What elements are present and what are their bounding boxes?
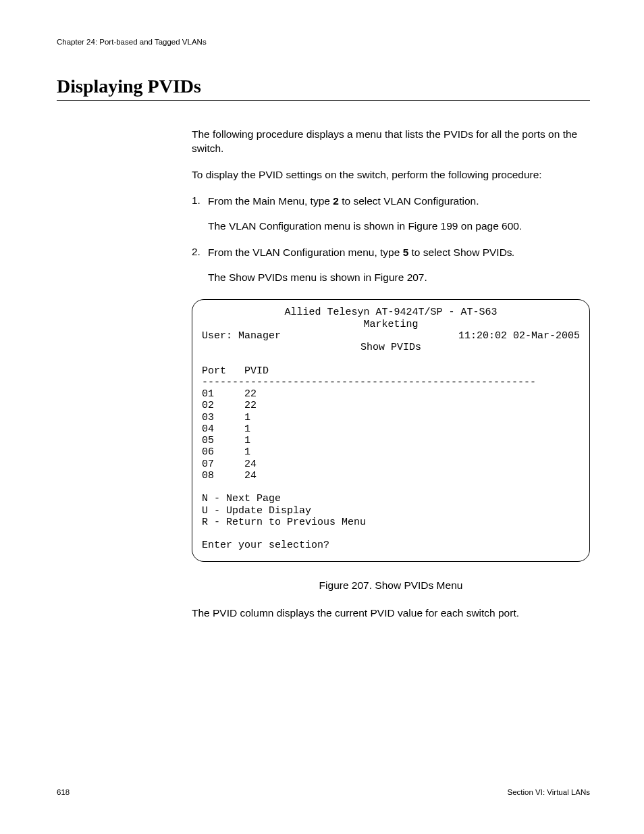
terminal-prompt: Enter your selection? (202, 540, 329, 551)
closing-paragraph: The PVID column displays the current PVI… (192, 606, 590, 621)
section-label: Section VI: Virtual LANs (507, 788, 590, 796)
body-column: The following procedure displays a menu … (192, 128, 590, 621)
step2-post-b: . (512, 246, 515, 258)
terminal-option-u: U - Update Display (202, 505, 311, 517)
terminal-row: 03 1 (202, 412, 250, 423)
step1-post: to select VLAN Configuration. (339, 195, 479, 207)
terminal-option-n: N - Next Page (202, 493, 281, 504)
terminal-row: 05 1 (202, 435, 250, 446)
step2-bold: 5 (403, 246, 409, 258)
terminal-row: 04 1 (202, 423, 250, 435)
terminal-row: 07 24 (202, 459, 257, 470)
step-2: 2. From the VLAN Configuration menu, typ… (192, 246, 590, 260)
section-title: Displaying PVIDs (57, 76, 590, 101)
step-number: 1. (192, 194, 208, 209)
step-number: 2. (192, 246, 208, 260)
terminal-col-header: Port PVID (202, 365, 269, 377)
terminal-user-row: User: Manager11:20:02 02-Mar-2005 (202, 330, 580, 342)
terminal-screen-name: Show PVIDs (202, 342, 580, 353)
step-1: 1. From the Main Menu, type 2 to select … (192, 194, 590, 209)
step1-bold: 2 (333, 195, 339, 207)
terminal-timestamp: 11:20:02 02-Mar-2005 (458, 330, 580, 342)
terminal-output: Allied Telesyn AT-9424T/SP - AT-S63Marke… (192, 299, 590, 561)
chapter-header: Chapter 24: Port-based and Tagged VLANs (57, 38, 590, 46)
intro-paragraph: The following procedure displays a menu … (192, 128, 590, 156)
figure-caption: Figure 207. Show PVIDs Menu (192, 579, 590, 592)
step-2-sub: The Show PVIDs menu is shown in Figure 2… (208, 271, 590, 285)
step2-pre: From the VLAN Configuration menu, type (208, 246, 403, 258)
lead-paragraph: To display the PVID settings on the swit… (192, 168, 590, 182)
step-text: From the VLAN Configuration menu, type 5… (208, 246, 515, 260)
terminal-title: Allied Telesyn AT-9424T/SP - AT-S63 (202, 307, 580, 318)
terminal-subtitle: Marketing (202, 319, 580, 330)
page: Chapter 24: Port-based and Tagged VLANs … (0, 0, 644, 834)
terminal-divider: ----------------------------------------… (202, 377, 536, 388)
terminal-row: 06 1 (202, 446, 250, 458)
terminal-user: User: Manager (202, 330, 281, 342)
terminal-option-r: R - Return to Previous Menu (202, 517, 366, 528)
terminal-row: 01 22 (202, 388, 257, 400)
step-1-sub: The VLAN Configuration menu is shown in … (208, 219, 590, 234)
step-text: From the Main Menu, type 2 to select VLA… (208, 194, 479, 209)
page-footer: 618 Section VI: Virtual LANs (57, 788, 590, 796)
step1-pre: From the Main Menu, type (208, 195, 333, 207)
terminal-row: 02 22 (202, 400, 257, 411)
step2-post-a: to select Show PVIDs (408, 246, 512, 258)
page-number: 618 (57, 788, 70, 796)
terminal-row: 08 24 (202, 470, 257, 481)
